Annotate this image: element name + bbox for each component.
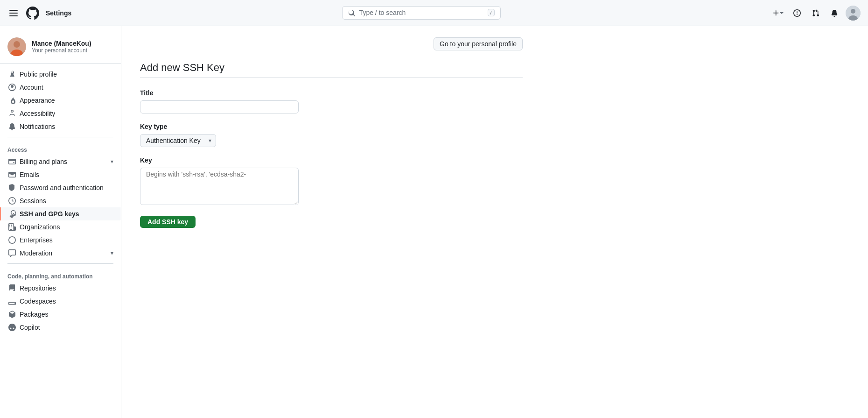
chevron-down-icon: ▾ <box>111 158 113 165</box>
sidebar-item-label: Account <box>20 84 43 91</box>
sidebar-item-label: Enterprises <box>20 236 53 244</box>
chevron-down-icon: ▾ <box>111 250 113 256</box>
svg-point-1 <box>851 9 855 14</box>
search-shortcut-badge: / <box>488 9 495 16</box>
sidebar-avatar[interactable] <box>7 37 26 56</box>
sidebar-item-label: Password and authentication <box>20 184 104 191</box>
title-input[interactable] <box>140 100 299 113</box>
sidebar-item-label: Accessibility <box>20 110 55 117</box>
sidebar-item-ssh-gpg[interactable]: SSH and GPG keys <box>0 207 121 220</box>
create-new-button[interactable] <box>771 6 786 21</box>
sidebar-item-label: Public profile <box>20 71 57 78</box>
sidebar-item-appearance[interactable]: Appearance <box>0 94 121 107</box>
main-content: Go to your personal profile Add new SSH … <box>121 26 541 418</box>
sidebar-item-moderation[interactable]: Moderation ▾ <box>0 247 121 260</box>
sidebar-nav-item[interactable]: Public profile <box>0 68 121 81</box>
key-type-form-group: Key type Authentication Key Signing Key … <box>140 123 523 147</box>
sidebar-item-billing[interactable]: Billing and plans ▾ <box>0 155 121 168</box>
sidebar-item-label: Copilot <box>20 324 40 331</box>
sidebar-item-label: Appearance <box>20 97 55 104</box>
sidebar-item-password-auth[interactable]: Password and authentication <box>0 181 121 194</box>
sidebar-item-codespaces[interactable]: Codespaces <box>0 295 121 308</box>
key-form-group: Key <box>140 156 523 206</box>
sidebar-code-section: Code, planning, and automation <box>0 268 121 282</box>
sidebar-divider <box>7 137 113 137</box>
sidebar-item-notifications[interactable]: Notifications <box>0 120 121 133</box>
search-bar[interactable]: Type / to search / <box>342 6 501 20</box>
sidebar-item-label: Packages <box>20 311 48 318</box>
sidebar-user-section: Mance (ManceKou) Your personal account <box>0 37 121 64</box>
go-to-profile-button[interactable]: Go to your personal profile <box>434 37 523 50</box>
svg-point-4 <box>14 41 20 48</box>
key-type-select-wrapper: Authentication Key Signing Key ▾ <box>140 134 216 147</box>
key-type-label: Key type <box>140 123 523 130</box>
issues-button[interactable] <box>790 6 805 21</box>
search-icon <box>348 9 356 17</box>
sidebar-item-enterprises[interactable]: Enterprises <box>0 234 121 247</box>
sidebar-item-organizations[interactable]: Organizations <box>0 220 121 234</box>
sidebar: Mance (ManceKou) Your personal account P… <box>0 26 121 418</box>
github-logo-icon[interactable] <box>25 6 40 21</box>
sidebar-item-emails[interactable]: Emails <box>0 168 121 181</box>
settings-title: Settings <box>46 9 71 17</box>
sidebar-item-label: Codespaces <box>20 298 56 305</box>
user-avatar[interactable] <box>846 6 861 21</box>
title-label: Title <box>140 89 523 97</box>
sidebar-user-subtitle: Your personal account <box>32 47 91 54</box>
search-placeholder-text: Type / to search <box>359 9 406 16</box>
sidebar-user-info: Mance (ManceKou) Your personal account <box>32 40 91 54</box>
hamburger-menu[interactable] <box>7 8 20 18</box>
add-ssh-key-button[interactable]: Add SSH key <box>140 216 196 228</box>
notifications-button[interactable] <box>827 6 842 21</box>
sidebar-item-sessions[interactable]: Sessions <box>0 194 121 207</box>
sidebar-item-repositories[interactable]: Repositories <box>0 282 121 295</box>
page-layout: Mance (ManceKou) Your personal account P… <box>0 26 868 418</box>
top-navbar: Settings Type / to search / <box>0 0 868 26</box>
sidebar-item-packages[interactable]: Packages <box>0 308 121 321</box>
sidebar-item-label: Moderation <box>20 249 52 257</box>
page-divider <box>140 78 523 78</box>
sidebar-item-label: Sessions <box>20 197 46 205</box>
sidebar-item-label: Notifications <box>20 123 55 130</box>
sidebar-item-label: Repositories <box>20 284 56 292</box>
sidebar-item-label: Billing and plans <box>20 158 67 165</box>
sidebar-username: Mance (ManceKou) <box>32 40 91 47</box>
title-form-group: Title <box>140 89 523 113</box>
pull-requests-button[interactable] <box>808 6 823 21</box>
sidebar-item-accessibility[interactable]: Accessibility <box>0 107 121 120</box>
sidebar-item-copilot[interactable]: Copilot <box>0 321 121 334</box>
sidebar-item-label: Organizations <box>20 223 60 231</box>
sidebar-divider-2 <box>7 263 113 264</box>
profile-button-area: Go to your personal profile <box>140 37 523 50</box>
sidebar-access-section: Access <box>0 141 121 155</box>
sidebar-item-label: SSH and GPG keys <box>20 210 79 218</box>
sidebar-item-account[interactable]: Account <box>0 81 121 94</box>
key-type-select[interactable]: Authentication Key Signing Key <box>140 134 216 147</box>
key-textarea[interactable] <box>140 168 299 205</box>
key-label: Key <box>140 156 523 164</box>
page-title: Add new SSH Key <box>140 62 523 74</box>
sidebar-item-label: Emails <box>20 171 39 178</box>
